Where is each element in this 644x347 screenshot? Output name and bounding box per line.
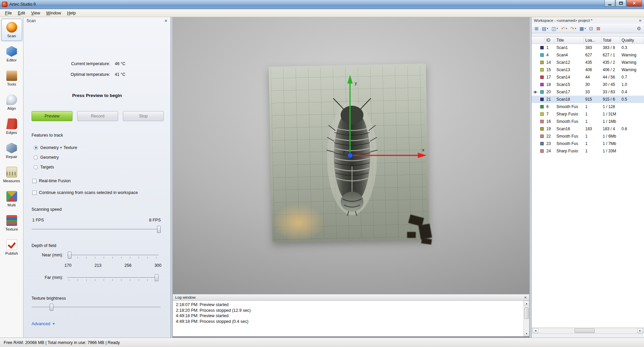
table-row[interactable]: 19 Scan16 183 183 / 4 0.6 bbox=[532, 125, 644, 133]
table-row[interactable]: 18 Scan15 30 30 / 45 1.0 bbox=[532, 81, 644, 88]
scrollbar-thumb[interactable] bbox=[524, 307, 529, 319]
editor-icon bbox=[6, 46, 17, 57]
texture-brightness-slider[interactable] bbox=[32, 304, 161, 311]
slider-ticks bbox=[69, 279, 157, 281]
maximize-button[interactable] bbox=[615, 0, 626, 7]
sidebar-item-multi[interactable]: Multi bbox=[1, 188, 22, 210]
redo-button[interactable]: ↷ ▾ bbox=[569, 25, 577, 32]
sidebar-item-align[interactable]: Align bbox=[1, 91, 22, 113]
column-title[interactable]: Title bbox=[555, 37, 584, 44]
scroll-left-icon[interactable]: ◄ bbox=[533, 328, 538, 333]
sidebar-item-edges[interactable]: Edges bbox=[1, 115, 22, 138]
slider-track[interactable] bbox=[67, 255, 159, 256]
scanning-speed-slider[interactable] bbox=[32, 226, 161, 233]
tick-label: 213 bbox=[94, 263, 101, 268]
scan-panel-close-icon[interactable]: ✕ bbox=[164, 19, 167, 23]
column-id[interactable]: ID bbox=[545, 37, 555, 44]
duplicate-button[interactable]: ◫ ▾ bbox=[550, 25, 559, 32]
column-total[interactable]: Total bbox=[601, 37, 620, 44]
slider-thumb[interactable] bbox=[68, 252, 71, 259]
row-quality: Warning bbox=[620, 67, 644, 72]
row-id: 1 bbox=[545, 45, 555, 50]
current-temperature-row: Current temperature: 46 °C bbox=[23, 61, 170, 66]
log-close-icon[interactable]: ✕ bbox=[524, 296, 527, 299]
scan-color-swatch bbox=[540, 46, 544, 49]
menu-help[interactable]: Help bbox=[64, 10, 79, 16]
menu-view[interactable]: View bbox=[28, 10, 43, 16]
viewport-3d[interactable]: y x z bbox=[172, 17, 530, 338]
table-row[interactable]: 1 Scan1 383 383 / 8 0.3 bbox=[532, 44, 644, 51]
table-row[interactable]: 22 Smooth Fus 1 1 / 6Mb bbox=[532, 133, 644, 140]
align-icon bbox=[6, 94, 17, 105]
table-row[interactable]: 17 Scan14 44 44 / 56 0.7 bbox=[532, 73, 644, 81]
table-row[interactable]: 15 Scan13 406 406 / 2 Warning bbox=[532, 66, 644, 73]
slider-thumb[interactable] bbox=[157, 226, 161, 233]
publish-icon bbox=[6, 239, 17, 250]
record-button[interactable]: Record bbox=[77, 111, 118, 121]
row-total: 406 / 2 bbox=[601, 67, 620, 72]
table-row[interactable]: 24 Sharp Fusio 1 1 / 33M bbox=[532, 147, 644, 155]
preview-button[interactable]: Preview bbox=[32, 111, 72, 121]
menu-window[interactable]: Window bbox=[43, 10, 64, 16]
sidebar-item-publish[interactable]: Publish bbox=[1, 236, 22, 258]
stop-button[interactable]: Stop bbox=[123, 111, 164, 121]
sidebar-item-repair[interactable]: Repair bbox=[1, 140, 22, 162]
column-quality[interactable]: Quality bbox=[620, 37, 644, 44]
app-icon[interactable] bbox=[2, 2, 7, 7]
table-row[interactable]: 7 Sharp Fusio 1 1 / 31M bbox=[532, 110, 644, 118]
sidebar-item-tools[interactable]: Tools bbox=[1, 67, 22, 89]
scroll-right-icon[interactable]: ► bbox=[637, 328, 643, 333]
undo-button[interactable]: ↶ ▾ bbox=[560, 25, 568, 32]
row-quality: 1.0 bbox=[620, 82, 644, 87]
import-button[interactable]: ⊞ bbox=[533, 25, 540, 32]
table-row[interactable]: 23 Smooth Fus 1 1 / 7Mb bbox=[532, 140, 644, 147]
radio-geometry-texture[interactable]: Geometry + Texture bbox=[34, 145, 77, 150]
advanced-label: Advanced bbox=[32, 321, 50, 326]
table-row[interactable]: 4 Scan4 627 627 / 1 Warning bbox=[532, 51, 644, 59]
slider-track[interactable] bbox=[67, 277, 159, 278]
sidebar-label: Texture bbox=[5, 227, 18, 231]
visibility-eye-icon[interactable] bbox=[532, 90, 539, 94]
row-total: 1 / 7Mb bbox=[601, 141, 620, 146]
table-row-selected[interactable]: 21 Scan18 915 915 / 6 0.5 bbox=[532, 96, 644, 103]
open-button[interactable]: ▤ ▾ bbox=[541, 25, 550, 32]
workspace-close-icon[interactable]: ✕ bbox=[639, 19, 642, 22]
slider-thumb[interactable] bbox=[155, 274, 158, 281]
workspace-hscrollbar[interactable]: ◄ ► bbox=[532, 328, 643, 334]
radio-targets[interactable]: Targets bbox=[34, 165, 54, 169]
window-title: Artec Studio 9 bbox=[9, 2, 36, 7]
status-bar: Free RAM: 20068 MB | Total memory in use… bbox=[0, 338, 644, 347]
radio-geometry[interactable]: Geometry bbox=[34, 155, 59, 160]
sidebar-item-scan[interactable]: Scan bbox=[1, 19, 22, 41]
sidebar-item-editor[interactable]: Editor bbox=[1, 43, 22, 65]
scrollbar-thumb[interactable] bbox=[575, 329, 595, 333]
checkbox-realtime-fusion[interactable]: Real-time Fusion bbox=[32, 179, 70, 183]
current-temperature-label: Current temperature: bbox=[23, 61, 110, 66]
menu-file[interactable]: File bbox=[2, 10, 15, 16]
advanced-link[interactable]: Advanced ▼ bbox=[32, 321, 55, 326]
table-row[interactable]: 14 Scan12 435 435 / 2 Warning bbox=[532, 59, 644, 66]
scroll-down-icon[interactable]: ▼ bbox=[524, 331, 529, 336]
texture-brightness-label: Texture brightness bbox=[32, 296, 66, 301]
slider-track[interactable] bbox=[32, 229, 161, 230]
sidebar-item-texture[interactable]: Texture bbox=[1, 212, 22, 234]
slider-thumb[interactable] bbox=[50, 304, 53, 311]
far-slider[interactable] bbox=[67, 274, 159, 281]
close-button[interactable]: ✕ bbox=[627, 0, 642, 7]
apply-button[interactable]: ⊡ bbox=[588, 25, 594, 32]
table-row[interactable]: 16 Smooth Fus 1 1 / 1Mb bbox=[532, 118, 644, 125]
column-loaded[interactable]: Loa... bbox=[584, 37, 601, 44]
log-scrollbar[interactable]: ▲ ▼ bbox=[524, 301, 529, 336]
settings-button[interactable]: ⚙ bbox=[635, 25, 642, 32]
near-slider[interactable] bbox=[67, 252, 159, 259]
table-row[interactable]: 6 Smooth Fus 1 1 / 128 bbox=[532, 103, 644, 110]
scroll-up-icon[interactable]: ▲ bbox=[524, 301, 529, 306]
row-loaded: 1 bbox=[584, 104, 601, 109]
delete-button[interactable]: ⊠ bbox=[595, 25, 602, 32]
transform-button[interactable]: ▦ ▾ bbox=[578, 25, 587, 32]
minimize-button[interactable] bbox=[604, 0, 615, 7]
checkbox-continue-scanning[interactable]: Continue scanning from scans selected in… bbox=[32, 190, 138, 195]
sidebar-item-measures[interactable]: Measures bbox=[1, 164, 22, 186]
table-row[interactable]: 20 Scan17 33 33 / 63 0.4 bbox=[532, 88, 644, 96]
menu-edit[interactable]: Edit bbox=[15, 10, 28, 16]
